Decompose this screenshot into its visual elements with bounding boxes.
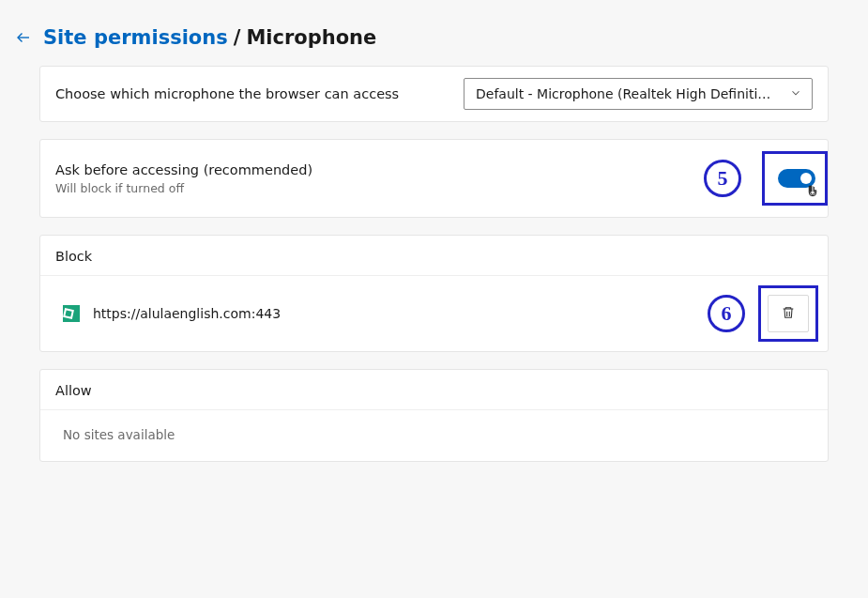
allow-section-card: Allow No sites available <box>39 369 829 462</box>
microphone-select-label: Choose which microphone the browser can … <box>55 86 399 101</box>
blocked-site-row: https://alulaenglish.com:443 6 <box>40 276 828 351</box>
delete-blocked-site-button[interactable] <box>768 295 809 332</box>
breadcrumb-current: Microphone <box>246 26 376 49</box>
block-section-card: Block https://alulaenglish.com:443 6 <box>39 235 829 352</box>
blocked-site-url[interactable]: https://alulaenglish.com:443 <box>93 306 694 321</box>
site-favicon-icon <box>63 305 80 322</box>
allow-empty-text: No sites available <box>40 410 828 461</box>
back-arrow-icon[interactable] <box>15 29 32 46</box>
allow-section-title: Allow <box>40 370 828 410</box>
microphone-select-value: Default - Microphone (Realtek High Defin… <box>476 86 776 101</box>
microphone-select-card: Choose which microphone the browser can … <box>39 66 829 122</box>
breadcrumb-separator: / <box>234 26 241 49</box>
ask-toggle-sublabel: Will block if turned off <box>55 181 312 195</box>
page-header: Site permissions / Microphone <box>0 0 868 66</box>
annotation-number-6: 6 <box>708 295 745 332</box>
trash-icon <box>781 305 796 323</box>
ask-toggle-label: Ask before accessing (recommended) <box>55 162 312 177</box>
ask-toggle-switch[interactable] <box>778 169 815 188</box>
annotation-number-5: 5 <box>704 160 741 197</box>
ask-before-accessing-card: Ask before accessing (recommended) Will … <box>39 139 829 218</box>
annotation-highlight-5 <box>762 151 828 206</box>
chevron-down-icon <box>789 86 802 102</box>
microphone-select-dropdown[interactable]: Default - Microphone (Realtek High Defin… <box>464 78 813 110</box>
breadcrumb-parent-link[interactable]: Site permissions <box>43 26 228 49</box>
annotation-highlight-6 <box>758 285 818 342</box>
breadcrumb: Site permissions / Microphone <box>43 26 376 49</box>
block-section-title: Block <box>40 236 828 276</box>
